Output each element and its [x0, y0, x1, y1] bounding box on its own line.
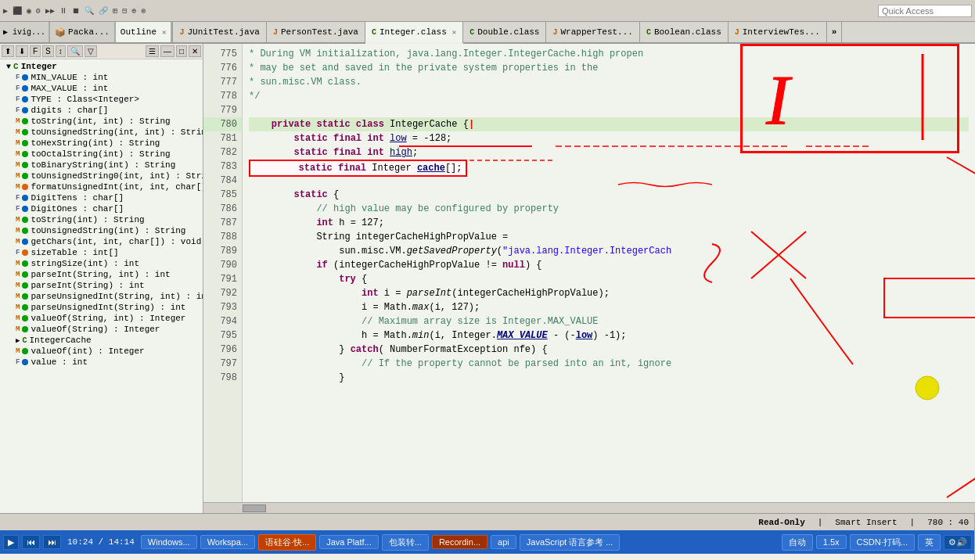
- method-visibility-icon: [22, 129, 28, 135]
- taskbar-yuyanggui[interactable]: 语硅谷·快...: [258, 534, 316, 551]
- tree-item-min-value[interactable]: F MIN_VALUE : int: [0, 72, 203, 83]
- line-num-775: 775: [203, 47, 242, 61]
- collapse-all-button[interactable]: ⬆: [2, 45, 14, 57]
- sidebar-tab-packages[interactable]: 📦 Packa...: [50, 22, 116, 42]
- tab-persontest[interactable]: J PersonTest.java: [267, 22, 365, 42]
- prev-button[interactable]: ⏮: [22, 535, 40, 549]
- tree-item-valueof-str-int[interactable]: M valueOf(String, int) : Integer: [0, 313, 203, 324]
- tree-item-valueof-str[interactable]: M valueOf(String) : Integer: [0, 324, 203, 335]
- taskbar-auto[interactable]: 自动: [782, 534, 813, 551]
- method-visibility-icon: [22, 118, 28, 124]
- tab-interviewtest[interactable]: J InterviewTes...: [729, 22, 827, 42]
- line-num-798: 798: [203, 371, 242, 385]
- tree-root[interactable]: ▼ C Integer: [0, 61, 203, 72]
- field-access-icon: F: [16, 205, 20, 213]
- tree-item-formatunsignedint[interactable]: M formatUnsignedInt(int, int, char[], i.…: [0, 181, 203, 192]
- line-num-792: 792: [203, 286, 242, 300]
- panel-maximize-button[interactable]: □: [176, 45, 187, 57]
- tree-item-max-value[interactable]: F MAX_VALUE : int: [0, 83, 203, 94]
- tree-item-type[interactable]: F TYPE : Class<Integer>: [0, 94, 203, 105]
- line-num-796: 796: [203, 343, 242, 357]
- tab-junit[interactable]: J JUnitTest.java: [173, 22, 266, 42]
- filter-button[interactable]: 🔍: [67, 45, 83, 57]
- tree-item-parseint-str-int[interactable]: M parseInt(String, int) : int: [0, 269, 203, 280]
- sidebar-tab-outline-tree[interactable]: ▶ ivig...: [0, 22, 50, 42]
- code-line-794: // Maximum array size is Integer.MAX_VAL…: [249, 314, 969, 328]
- tree-item-digitones[interactable]: F DigitOnes : char[]: [0, 203, 203, 214]
- tree-item-parseint-str[interactable]: M parseInt(String) : int: [0, 280, 203, 291]
- expand-all-button[interactable]: ⬇: [16, 45, 28, 57]
- method-visibility-icon: [22, 293, 28, 300]
- scrollbar-thumb[interactable]: [243, 504, 266, 512]
- tab-double[interactable]: C Double.class: [463, 22, 546, 42]
- tree-item-tobinarystring[interactable]: M toBinaryString(int) : String: [0, 160, 203, 171]
- taskbar-system-icons[interactable]: ⚙🔊: [944, 535, 972, 550]
- tab-boolean[interactable]: C Boolean.class: [640, 22, 729, 42]
- tree-item-parseunsignedint-str[interactable]: M parseUnsignedInt(String) : int: [0, 302, 203, 313]
- tree-item-valueof-int[interactable]: M valueOf(int) : Integer: [0, 346, 203, 357]
- hide-static-button[interactable]: S: [42, 45, 54, 57]
- tree-item-digits[interactable]: F digits : char[]: [0, 105, 203, 116]
- taskbar-workspace[interactable]: Workspa...: [200, 535, 255, 549]
- tree-item-getchars[interactable]: M getChars(int, int, char[]) : void: [0, 236, 203, 247]
- hide-fields-button[interactable]: F: [30, 45, 41, 57]
- line-num-790: 790: [203, 258, 242, 272]
- outline-tree: ▼ C Integer F MIN_VALUE : int F MAX_VALU…: [0, 59, 203, 513]
- code-line-795: h = Math.min(i, Integer.MAX_VALUE - (-lo…: [249, 328, 969, 343]
- code-line-776: * may be set and saved in the private sy…: [249, 61, 969, 75]
- tree-item-digittens[interactable]: F DigitTens : char[]: [0, 192, 203, 203]
- tab-integer[interactable]: C Integer.class ✕: [365, 22, 463, 44]
- persontest-tab-label: PersonTest.java: [281, 27, 358, 37]
- tree-item-tostring[interactable]: M toString(int, int) : String: [0, 116, 203, 127]
- taskbar-packaging[interactable]: 包装转...: [382, 534, 429, 551]
- panel-minimize-button[interactable]: —: [160, 45, 174, 57]
- line-num-791: 791: [203, 272, 242, 286]
- field-access-icon: F: [16, 84, 20, 92]
- taskbar-api[interactable]: api: [491, 535, 516, 549]
- taskbar-recording[interactable]: Recordin...: [432, 535, 488, 549]
- method-access-icon: M: [16, 139, 20, 147]
- tree-item-label: parseUnsignedInt(String) : int: [31, 303, 185, 312]
- tree-item-tostring-int[interactable]: M toString(int) : String: [0, 214, 203, 225]
- packages-label: Packa...: [68, 27, 110, 37]
- sidebar-label: ▶ ivig...: [3, 27, 45, 37]
- tree-item-sizetable[interactable]: F sizeTable : int[]: [0, 247, 203, 258]
- tree-item-tohexstring[interactable]: M toHexString(int) : String: [0, 138, 203, 149]
- tree-item-tounsignedstring-int[interactable]: M toUnsignedString(int) : String: [0, 225, 203, 236]
- main-layout: ⬆ ⬇ F S ↕ 🔍 ▽ ☰ — □ ✕ ▼ C Integer F: [0, 44, 975, 513]
- panel-close-button[interactable]: ✕: [189, 45, 201, 57]
- taskbar: ▶ ⏮ ⏭ 10:24 / 14:14 Windows... Workspa..…: [0, 530, 975, 554]
- sort-button[interactable]: ↕: [56, 45, 66, 57]
- line-num-782: 782: [203, 145, 242, 160]
- tree-item-value[interactable]: F value : int: [0, 357, 203, 368]
- outline-close-icon[interactable]: ✕: [162, 28, 166, 37]
- settings-button[interactable]: ▽: [85, 45, 97, 57]
- tree-item-parseunsignedint-str-int[interactable]: M parseUnsignedInt(String, int) : int: [0, 291, 203, 302]
- taskbar-csdn[interactable]: CSDN·打码...: [850, 534, 915, 551]
- tree-item-tounsignedstring0[interactable]: M toUnsignedString0(int, int) : String: [0, 171, 203, 181]
- taskbar-lang[interactable]: 英: [918, 534, 941, 551]
- next-button[interactable]: ⏭: [43, 535, 61, 549]
- taskbar-javascript[interactable]: JavaScript 语言参考 ...: [520, 534, 621, 551]
- tree-item-tounsignedstring[interactable]: M toUnsignedString(int, int) : String: [0, 127, 203, 138]
- quick-access-input[interactable]: [878, 5, 972, 17]
- tree-item-label: valueOf(String) : Integer: [31, 325, 160, 334]
- taskbar-windows[interactable]: Windows...: [141, 535, 197, 549]
- method-access-icon: M: [16, 161, 20, 169]
- method-visibility-icon: [22, 228, 28, 234]
- tree-item-integercache-class[interactable]: ▶ C IntegerCache: [0, 335, 203, 346]
- code-content[interactable]: * During VM initialization, java.lang.In…: [243, 44, 975, 502]
- tree-item-label: DigitTens : char[]: [31, 193, 124, 203]
- tab-overflow[interactable]: »: [827, 22, 843, 42]
- tree-item-stringsize[interactable]: M stringSize(int) : int: [0, 258, 203, 269]
- tree-item-tooctalstring[interactable]: M toOctalString(int) : String: [0, 149, 203, 160]
- integer-tab-close-icon[interactable]: ✕: [452, 28, 456, 37]
- tab-wrappertest[interactable]: J WrapperTest...: [546, 22, 639, 42]
- sidebar-tab-outline[interactable]: Outline ✕: [116, 22, 173, 42]
- taskbar-speed[interactable]: 1.5x: [816, 535, 847, 549]
- horizontal-scrollbar[interactable]: [203, 502, 975, 513]
- taskbar-javaplatf[interactable]: Java Platf...: [319, 535, 378, 549]
- play-button[interactable]: ▶: [3, 535, 19, 550]
- panel-menu-button[interactable]: ☰: [146, 45, 159, 57]
- tree-item-label: value : int: [31, 357, 88, 367]
